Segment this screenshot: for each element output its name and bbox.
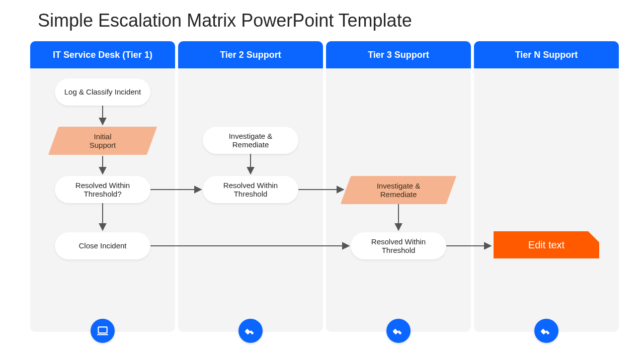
column-tier2: Tier 2 Support Investigate & Remediate R…: [178, 41, 323, 332]
node-log-classify[interactable]: Log & Classify Incident: [55, 78, 150, 106]
column-tier1: IT Service Desk (Tier 1) Log & Classify …: [30, 41, 175, 332]
svg-rect-0: [98, 327, 107, 333]
column-tier3-header: Tier 3 Support: [326, 41, 471, 68]
column-tierN: Tier N Support Edit text: [474, 41, 619, 332]
node-close-incident[interactable]: Close Incident: [55, 232, 150, 259]
handshake-icon: [386, 319, 411, 343]
node-edit-text[interactable]: Edit text: [494, 231, 599, 258]
node-resolved-tier2[interactable]: Resolved Within Threshold: [203, 176, 298, 203]
node-initial-support[interactable]: InitialSupport: [53, 127, 152, 155]
laptop-icon: [91, 319, 115, 343]
handshake-icon: [534, 319, 558, 343]
node-investigate-tier3-label: Investigate &Remediate: [377, 182, 421, 199]
column-tier2-header: Tier 2 Support: [178, 41, 323, 68]
node-initial-support-label: InitialSupport: [90, 132, 116, 150]
handshake-icon: [238, 319, 263, 343]
node-resolved-tier1[interactable]: Resolved Within Threshold?: [55, 176, 150, 203]
node-investigate-tier3[interactable]: Investigate &Remediate: [346, 176, 451, 204]
column-tier1-header: IT Service Desk (Tier 1): [30, 41, 175, 68]
column-tierN-header: Tier N Support: [474, 41, 619, 68]
node-investigate-tier2[interactable]: Investigate & Remediate: [203, 127, 298, 154]
column-tier3: Tier 3 Support Investigate &Remediate Re…: [326, 41, 471, 332]
slide-title: Simple Escalation Matrix PowerPoint Temp…: [38, 10, 412, 31]
node-resolved-tier3[interactable]: Resolved Within Threshold: [351, 232, 446, 259]
